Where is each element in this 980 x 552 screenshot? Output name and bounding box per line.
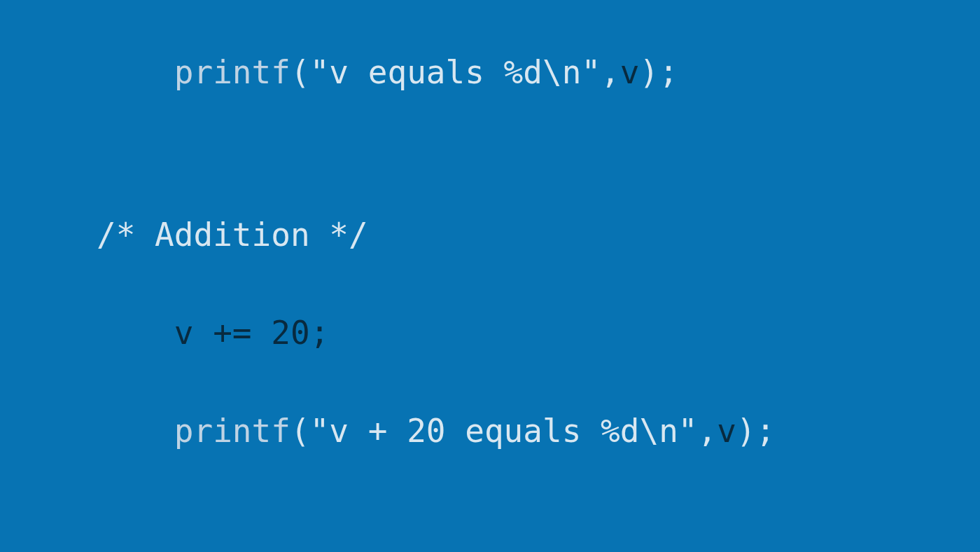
code-line-add-assign: v += 20; [97, 300, 980, 366]
indent [97, 314, 174, 352]
indent [97, 412, 174, 450]
code-line-printf-2: printf("v + 20 equals %d\n",v); [97, 398, 980, 464]
comment-text: /* Addition */ [97, 216, 368, 254]
comma: , [698, 412, 718, 450]
code-line-printf-1: printf("v equals %d\n",v); [97, 39, 980, 105]
string-literal: "v equals %d\n" [310, 53, 601, 91]
stmt-add: v += 20; [174, 314, 330, 352]
paren-close: ) [736, 412, 756, 450]
semicolon: ; [659, 53, 678, 91]
paren-open: ( [290, 53, 310, 91]
func-printf: printf [174, 412, 290, 450]
indent [97, 53, 174, 91]
comma: , [601, 53, 620, 91]
blank-line [97, 137, 980, 170]
paren-close: ) [639, 53, 659, 91]
func-printf: printf [174, 53, 290, 91]
var-v: v [717, 412, 736, 450]
string-literal: "v + 20 equals %d\n" [310, 412, 698, 450]
semicolon: ; [756, 412, 776, 450]
comment-addition: /* Addition */ [97, 202, 980, 268]
paren-open: ( [290, 412, 310, 450]
code-snippet: printf("v equals %d\n",v); /* Addition *… [0, 0, 980, 552]
var-v: v [620, 53, 640, 91]
blank-line [97, 496, 980, 528]
